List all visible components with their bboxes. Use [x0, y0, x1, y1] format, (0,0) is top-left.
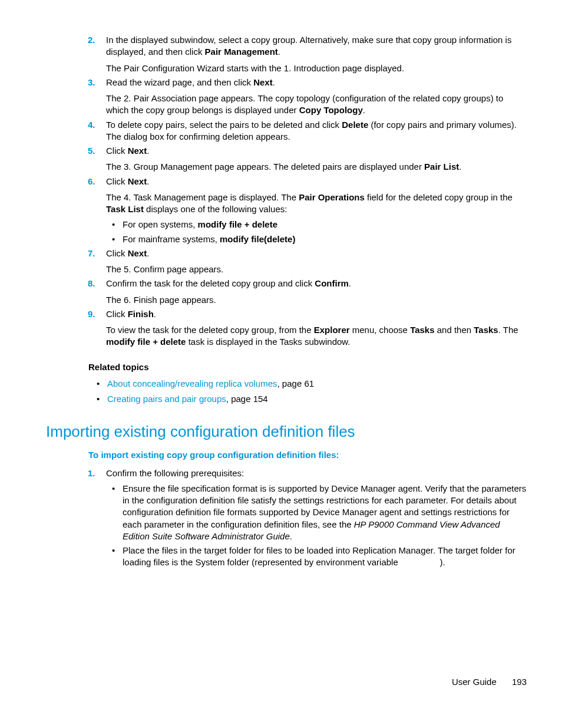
step-number: 1.: [88, 467, 95, 479]
step-7: 7. Click Next. The 5. Confirm page appea…: [47, 248, 527, 276]
step-para: The 4. Task Management page is displayed…: [106, 192, 527, 216]
ordered-list-import: 1. Confirm the following prerequisites: …: [47, 467, 527, 569]
related-topics-heading: Related topics: [88, 361, 527, 373]
step-6: 6. Click Next. The 4. Task Management pa…: [47, 176, 527, 245]
procedure-lead: To import existing copy group configurat…: [88, 449, 527, 461]
step-para: The Pair Configuration Wizard starts wit…: [106, 62, 527, 74]
footer-label: User Guide: [452, 677, 497, 687]
sub-bullet: For mainframe systems, modify file(delet…: [106, 233, 527, 245]
step-para: The 6. Finish page appears.: [106, 294, 527, 306]
step-text: Click Next.: [106, 176, 527, 187]
step-text: In the displayed subwindow, select a cop…: [106, 34, 527, 58]
step-number: 4.: [88, 119, 95, 131]
step-text: Click Finish.: [106, 308, 527, 320]
sub-bullets: Ensure the file specification format is …: [106, 483, 527, 569]
step-number: 3.: [88, 77, 95, 88]
step-4: 4. To delete copy pairs, select the pair…: [47, 119, 527, 143]
step-8: 8. Confirm the task for the deleted copy…: [47, 278, 527, 306]
sub-bullet: Place the files in the target folder for…: [106, 545, 527, 569]
step-text: Confirm the following prerequisites:: [106, 467, 527, 479]
step-para: The 3. Group Management page appears. Th…: [106, 161, 527, 173]
step-number: 2.: [88, 34, 95, 46]
step-9: 9. Click Finish. To view the task for th…: [47, 308, 527, 348]
page-number: 193: [512, 677, 527, 687]
step-5: 5. Click Next. The 3. Group Management p…: [47, 145, 527, 173]
page-footer: User Guide 193: [452, 676, 527, 688]
step-para: To view the task for the deleted copy gr…: [106, 324, 527, 348]
sub-bullet: For open systems, modify file + delete: [106, 219, 527, 230]
step-2: 2. In the displayed subwindow, select a …: [47, 34, 527, 74]
sub-bullet: Ensure the file specification format is …: [106, 483, 527, 542]
step-number: 6.: [88, 176, 95, 187]
related-item: About concealing/revealing replica volum…: [100, 378, 527, 390]
step-text: Click Next.: [106, 145, 527, 157]
step-number: 9.: [88, 308, 95, 320]
step-text: Confirm the task for the deleted copy gr…: [106, 278, 527, 289]
step-text: To delete copy pairs, select the pairs t…: [106, 119, 527, 143]
step-number: 7.: [88, 248, 95, 259]
section-heading-importing: Importing existing configuration definit…: [46, 421, 527, 442]
link-creating-pairs[interactable]: Creating pairs and pair groups: [107, 394, 226, 404]
step-text: Read the wizard page, and then click Nex…: [106, 77, 527, 88]
link-conceal-reveal[interactable]: About concealing/revealing replica volum…: [107, 378, 277, 388]
step-number: 8.: [88, 278, 95, 289]
related-topics-list: About concealing/revealing replica volum…: [100, 378, 527, 406]
step-para: The 5. Confirm page appears.: [106, 263, 527, 275]
sub-bullets: For open systems, modify file + delete F…: [106, 219, 527, 245]
step-number: 5.: [88, 145, 95, 157]
step-3: 3. Read the wizard page, and then click …: [47, 77, 527, 117]
page: 2. In the displayed subwindow, select a …: [0, 0, 562, 728]
related-item: Creating pairs and pair groups, page 154: [100, 393, 527, 405]
step-text: Click Next.: [106, 248, 527, 259]
step-para: The 2. Pair Association page appears. Th…: [106, 93, 527, 117]
step-1: 1. Confirm the following prerequisites: …: [47, 467, 527, 569]
ordered-list-main: 2. In the displayed subwindow, select a …: [47, 34, 527, 348]
